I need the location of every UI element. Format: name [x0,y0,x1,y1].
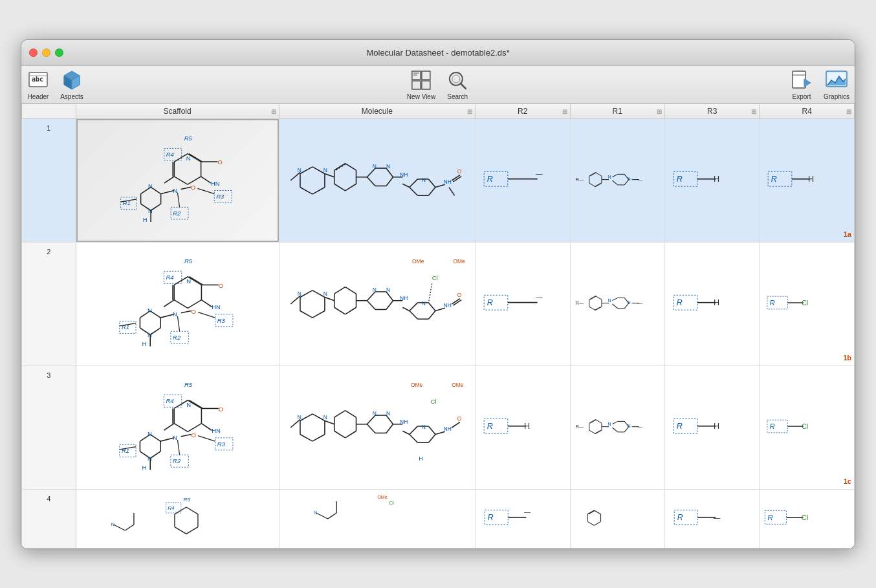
svg-line-153 [201,299,212,307]
svg-text:R2: R2 [173,333,181,340]
svg-line-192 [334,307,345,314]
table-row[interactable]: 1 R5 [22,118,855,242]
molecule-cell-4[interactable]: N Cl OMe [279,489,475,548]
scaffold-cell-2[interactable]: R5 R4 [76,242,279,365]
svg-line-312 [367,415,375,424]
scaffold-cell-3[interactable]: R5 R4 [76,365,279,489]
svg-line-379 [113,525,125,530]
molecule-cell-2[interactable]: N N [279,242,475,365]
newview-label: New View [407,93,435,100]
svg-line-258 [188,423,201,431]
svg-text:N: N [186,278,191,285]
col-header-molecule[interactable]: Molecule ⊞ [279,103,475,118]
molecule-col-menu[interactable]: ⊞ [467,107,472,114]
maximize-button[interactable] [55,49,63,57]
r2-col-menu[interactable]: ⊞ [562,107,567,114]
svg-line-327 [409,434,417,442]
svg-line-74 [334,184,345,191]
svg-point-15 [452,75,460,83]
r4-cell-3[interactable]: R Cl 1c [760,365,855,489]
r4-cell-1[interactable]: R H 1a [760,118,855,242]
col-header-r1[interactable]: R1 ⊞ [570,103,664,118]
svg-line-181 [312,310,325,318]
svg-text:H: H [142,217,147,223]
svg-text:O: O [218,281,223,289]
scaffold-col-menu[interactable]: ⊞ [271,107,276,114]
r1-cell-1[interactable]: R— [570,118,664,242]
r1-cell-3[interactable]: R— N [570,365,664,489]
svg-line-329 [402,431,410,434]
col-header-r4[interactable]: R4 ⊞ [760,103,855,118]
toolbar-export-button[interactable]: Export [790,69,813,100]
svg-line-63 [312,187,325,194]
svg-line-184 [300,290,312,297]
col-header-r2[interactable]: R2 ⊞ [476,103,570,118]
r1-cell-4[interactable] [570,489,664,548]
svg-line-24 [188,176,201,184]
r3-cell-4[interactable]: R — [665,489,760,548]
r3-cell-2[interactable]: R H [665,242,760,365]
svg-text:R: R [677,513,683,522]
col-header-r3[interactable]: R3 ⊞ [665,103,760,118]
svg-rect-9 [412,81,421,89]
svg-line-285 [160,437,174,441]
toolbar-graphics-button[interactable]: Graphics [824,69,849,100]
r2-cell-2[interactable]: R — [476,242,570,365]
r3-cell-3[interactable]: R H [665,365,760,489]
svg-line-187 [290,296,300,304]
svg-text:R3: R3 [217,440,225,447]
r4-cell-4[interactable]: R Cl [760,489,855,548]
svg-text:N: N [186,401,191,408]
svg-line-371 [186,507,198,514]
svg-text:R: R [488,513,494,522]
r1-cell-2[interactable]: R— N [570,242,664,365]
svg-line-308 [334,431,345,438]
svg-line-307 [345,431,356,438]
molecule-cell-1[interactable]: N N [279,118,475,242]
svg-text:Cl: Cl [430,398,436,405]
graphics-label: Graphics [824,93,849,100]
svg-line-127 [612,180,617,185]
r2-cell-4[interactable]: R — [476,489,570,548]
svg-text:Cl: Cl [802,298,808,306]
r4-cell-2[interactable]: R Cl 1b [760,242,855,365]
col-header-scaffold[interactable]: Scaffold ⊞ [76,103,279,118]
r2-cell-3[interactable]: R H [476,365,570,489]
toolbar-header-button[interactable]: abc Header [27,69,50,100]
export-label: Export [793,93,811,100]
toolbar-aspects-button[interactable]: Aspects [60,69,83,100]
svg-line-343 [589,419,595,422]
svg-line-232 [589,307,595,310]
svg-line-82 [386,177,393,186]
scaffold-molecule-svg-1: R5 [78,120,278,241]
svg-text:H: H [142,340,146,347]
svg-line-142 [188,299,201,308]
r3-cell-1[interactable]: R H [665,118,760,242]
svg-line-180 [300,310,312,318]
toolbar-search-button[interactable]: Search [446,69,469,100]
svg-text:O: O [191,307,195,314]
r1-col-menu[interactable]: ⊞ [657,107,662,114]
minimize-button[interactable] [42,49,50,57]
svg-text:NH: NH [443,426,451,432]
svg-line-70 [334,163,345,170]
molecule-cell-3[interactable]: N N [279,365,475,489]
r3-col-menu[interactable]: ⊞ [751,107,756,114]
data-table: Scaffold ⊞ Molecule ⊞ R2 ⊞ R1 ⊞ [21,103,855,549]
r4-col-menu[interactable]: ⊞ [846,107,851,114]
table-row[interactable]: 2 R5 [22,242,855,365]
scaffold-cell-4[interactable]: R5 R4 [76,489,279,548]
table-row[interactable]: 3 R5 [22,365,855,489]
svg-line-305 [345,410,356,417]
svg-line-235 [595,307,601,310]
svg-text:R: R [677,175,683,184]
scaffold-cell-1[interactable]: R5 [76,118,279,242]
svg-marker-18 [804,79,811,87]
svg-text:R2: R2 [173,457,181,464]
close-button[interactable] [29,49,38,57]
r2-cell-1[interactable]: R — [476,118,570,242]
svg-line-37 [164,176,173,182]
toolbar-newview-button[interactable]: New View [407,69,435,100]
svg-text:N: N [148,306,152,313]
table-row[interactable]: 4 R5 R4 [22,489,855,548]
